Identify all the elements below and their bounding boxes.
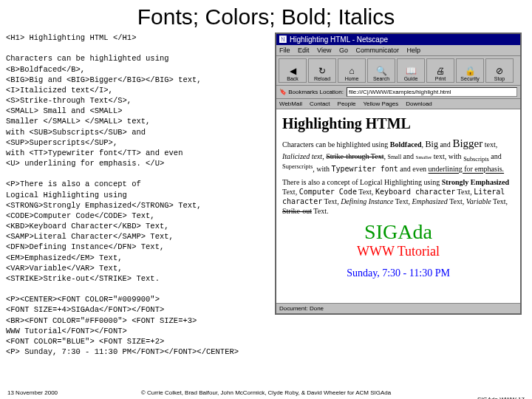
- window-title: Highlighting HTML - Netscape: [290, 35, 388, 44]
- menu-communicator[interactable]: Communicator: [355, 47, 399, 54]
- browser-preview: 🅽 Highlighting HTML - Netscape File Edit…: [275, 33, 526, 357]
- home-button[interactable]: ⌂Home: [338, 58, 366, 83]
- home-icon: ⌂: [349, 66, 354, 76]
- menu-go[interactable]: Go: [339, 47, 348, 54]
- lock-icon: 🔒: [465, 66, 476, 76]
- centered-block: SIGAda WWW Tutorial Sunday, 7:30 - 11:30…: [282, 220, 514, 279]
- slide-title: Fonts; Colors; Bold; Italics: [0, 4, 532, 30]
- paragraph-1: Characters can be highlighted using Bold…: [282, 137, 514, 174]
- sigada-text: SIGAda: [282, 220, 514, 244]
- link-yellowpages[interactable]: Yellow Pages: [363, 100, 398, 107]
- rendered-page: Highlighting HTML Characters can be high…: [276, 109, 520, 303]
- schedule-text: Sunday, 7:30 - 11:30 PM: [282, 267, 514, 279]
- tutorial-text: WWW Tutorial: [282, 244, 514, 259]
- page-heading: Highlighting HTML: [282, 115, 514, 132]
- reload-icon: ↻: [318, 66, 326, 76]
- guide-icon: 📖: [406, 66, 417, 76]
- bookmarks-button[interactable]: 🔖 Bookmarks: [279, 89, 318, 95]
- print-button[interactable]: 🖨Print: [426, 58, 454, 83]
- app-icon: 🅽: [279, 35, 287, 44]
- back-button[interactable]: ◀Back: [279, 58, 307, 83]
- window-titlebar: 🅽 Highlighting HTML - Netscape: [276, 34, 520, 45]
- guide-button[interactable]: 📖Guide: [397, 58, 425, 83]
- footer-page-number: SIGAda WWW 17: [477, 396, 525, 399]
- footer-copyright: © Currie Colket, Brad Balfour, John McCo…: [0, 389, 532, 396]
- location-bar: 🔖 Bookmarks Location: file:///C|/WWW/Exa…: [276, 86, 520, 99]
- menu-view[interactable]: View: [317, 47, 331, 54]
- reload-button[interactable]: ↻Reload: [308, 58, 336, 83]
- search-icon: 🔍: [376, 66, 387, 76]
- menu-file[interactable]: File: [279, 47, 290, 54]
- content-area: <H1> Highlighting HTML </H1> Characters …: [0, 33, 532, 357]
- search-button[interactable]: 🔍Search: [367, 58, 395, 83]
- back-icon: ◀: [290, 66, 296, 76]
- personal-toolbar: WebMail Contact People Yellow Pages Down…: [276, 99, 520, 109]
- paragraph-2: There is also a concept of Logical Highl…: [282, 177, 514, 216]
- status-text: Document: Done: [279, 305, 324, 312]
- stop-icon: ⊘: [496, 66, 503, 76]
- print-icon: 🖨: [436, 66, 445, 76]
- stop-button[interactable]: ⊘Stop: [485, 58, 514, 83]
- location-label: Location:: [319, 89, 343, 95]
- footer-date: 13 November 2000: [7, 389, 58, 396]
- link-webmail[interactable]: WebMail: [279, 100, 302, 107]
- slide-footer: 13 November 2000 © Currie Colket, Brad B…: [0, 389, 532, 396]
- toolbar: ◀Back ↻Reload ⌂Home 🔍Search 📖Guide 🖨Prin…: [276, 55, 520, 86]
- security-button[interactable]: 🔒Security: [456, 58, 484, 83]
- url-field[interactable]: file:///C|/WWW/Examples/highlight.html: [347, 87, 517, 97]
- link-download[interactable]: Download: [406, 100, 432, 107]
- link-people[interactable]: People: [338, 100, 356, 107]
- menubar: File Edit View Go Communicator Help: [276, 45, 520, 55]
- status-bar: Document: Done: [276, 303, 520, 313]
- menu-edit[interactable]: Edit: [298, 47, 310, 54]
- netscape-window: 🅽 Highlighting HTML - Netscape File Edit…: [275, 33, 522, 315]
- link-contact[interactable]: Contact: [310, 100, 330, 107]
- html-source-code: <H1> Highlighting HTML </H1> Characters …: [6, 33, 272, 357]
- menu-help[interactable]: Help: [407, 47, 421, 54]
